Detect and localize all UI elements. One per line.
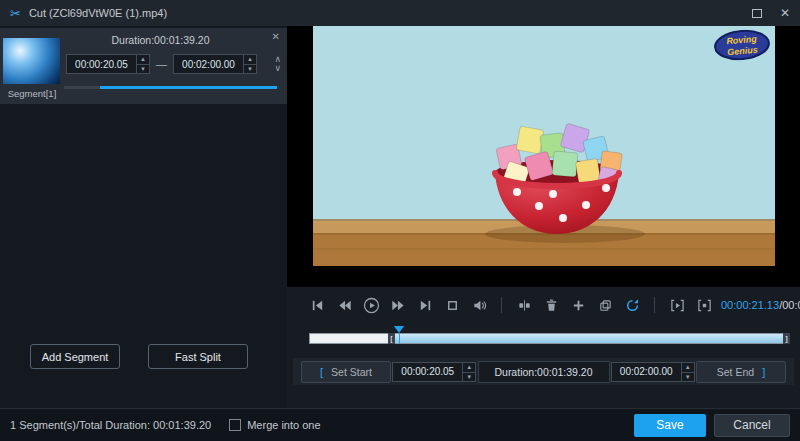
segments-summary: 1 Segment(s)/Total Duration: 00:01:39.20 [10,419,211,431]
spin-up-icon[interactable]: ▲ [463,363,475,373]
timeline-playhead[interactable] [394,326,404,333]
segment-close-icon[interactable]: ✕ [272,31,280,42]
title-bar: ✂ Cut (ZCl69dVtW0E (1).mp4) ✕ [0,0,800,26]
start-bracket-icon: [ [320,366,323,378]
set-start-button[interactable]: [ Set Start [301,361,391,383]
footer-bar: 1 Segment(s)/Total Duration: 00:01:39.20… [0,408,800,441]
segment-end-spinbox[interactable]: ▲ ▼ [173,54,257,74]
reset-button[interactable] [622,295,642,315]
cancel-button[interactable]: Cancel [714,414,790,437]
close-button[interactable]: ✕ [780,6,790,20]
preview-play-button[interactable] [667,295,687,315]
trim-controls: [ Set Start ▲ ▼ Duration:00:01:39.20 ▲ ▼… [293,358,794,385]
total-time: 00:02:00.00 [782,299,800,311]
spin-down-icon[interactable]: ▼ [137,65,149,74]
current-time: 00:00:21.13 [721,299,779,311]
maximize-button[interactable] [752,9,762,18]
trim-start-spinbox[interactable]: ▲ ▼ [392,362,476,382]
set-end-button[interactable]: Set End ] [696,361,786,383]
segment-start-input[interactable] [67,55,136,73]
end-bracket-icon: ] [762,366,765,378]
add-segment-button[interactable]: Add Segment [30,344,120,369]
spin-down-icon[interactable]: ▼ [682,373,694,382]
segment-sidebar: Segment[1] Duration:00:01:39.20 ✕ ∧ ∨ ▲ … [0,26,287,408]
trim-end-input[interactable] [612,363,681,381]
stop-button[interactable] [442,295,462,315]
add-split-button[interactable] [568,295,588,315]
play-button[interactable] [361,295,381,315]
scissors-icon: ✂ [10,6,21,21]
channel-logo: Roving Genius [712,28,770,63]
cut-dialog: ✂ Cut (ZCl69dVtW0E (1).mp4) ✕ Segment[1]… [0,0,800,441]
segment-range-fill [100,86,277,89]
playback-controls: 00:00:21.13/00:02:00.00 [287,289,800,321]
spin-up-icon[interactable]: ▲ [137,55,149,65]
segment-thumbnail [3,38,60,84]
timeline-end-handle[interactable]: ] [783,333,790,344]
divider [654,297,655,313]
range-dash: — [156,58,167,70]
segment-range-bar [64,86,277,89]
merge-label[interactable]: Merge into one [247,419,320,431]
trim-start-input[interactable] [393,363,462,381]
segment-start-spinbox[interactable]: ▲ ▼ [66,54,150,74]
segment-duration-label: Duration:00:01:39.20 [62,34,259,46]
segment-name: Segment[1] [0,88,64,99]
spin-up-icon[interactable]: ▲ [682,363,694,373]
merge-checkbox[interactable] [229,419,241,431]
set-start-label: Set Start [331,366,372,378]
rewind-button[interactable] [334,295,354,315]
split-button[interactable] [514,295,534,315]
spin-down-icon[interactable]: ▼ [244,65,256,74]
forward-button[interactable] [388,295,408,315]
cartoon-frame [313,26,775,266]
timeline-row: [ ] [287,323,800,351]
segment-end-input[interactable] [174,55,243,73]
spin-up-icon[interactable]: ▲ [244,55,256,65]
copy-segment-button[interactable] [595,295,615,315]
save-button[interactable]: Save [634,414,706,437]
trim-end-spinbox[interactable]: ▲ ▼ [611,362,695,382]
video-stage: Roving Genius [287,26,800,287]
timeline-start-handle[interactable]: [ [388,333,395,344]
fast-split-button[interactable]: Fast Split [148,344,248,369]
set-end-label: Set End [717,366,754,378]
trim-duration-label: Duration:00:01:39.20 [478,361,610,383]
merge-group[interactable]: Merge into one [229,419,320,431]
main-area: Roving Genius [287,26,800,408]
playback-time: 00:00:21.13/00:02:00.00 [721,299,800,311]
timeline-track[interactable]: [ ] [309,333,790,344]
delete-segment-button[interactable] [541,295,561,315]
segment-move-down-icon[interactable]: ∨ [274,64,281,73]
spin-down-icon[interactable]: ▼ [463,373,475,382]
divider [501,297,502,313]
window-title: Cut (ZCl69dVtW0E (1).mp4) [29,7,167,19]
preview-frame-button[interactable] [694,295,714,315]
video-preview: Roving Genius [313,26,775,266]
volume-button[interactable] [469,295,489,315]
timeline-selection[interactable] [390,334,789,343]
skip-start-button[interactable] [307,295,327,315]
timeline-playhead-line [399,333,400,344]
segment-card[interactable]: Segment[1] Duration:00:01:39.20 ✕ ∧ ∨ ▲ … [0,28,287,104]
skip-end-button[interactable] [415,295,435,315]
